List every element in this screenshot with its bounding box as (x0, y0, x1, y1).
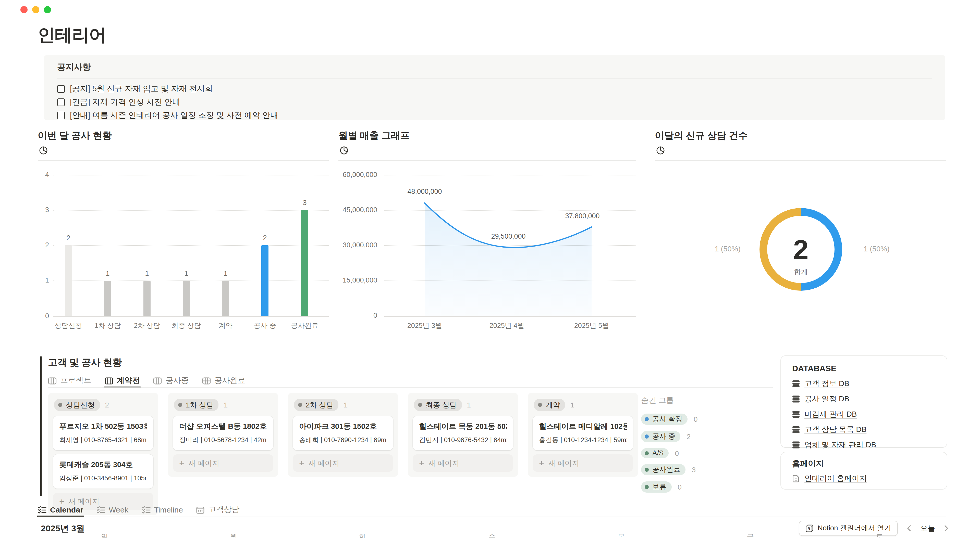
window-close-button[interactable] (21, 6, 27, 13)
weekday-header: 토 (864, 532, 895, 538)
hidden-group-공사완료[interactable]: 공사완료 3 (641, 464, 733, 475)
kanban-card[interactable]: 아이파크 301동 1502호 송태희 | 010-7890-1234 | 89… (293, 416, 393, 450)
column-header[interactable]: 2차 상담 1 (294, 399, 393, 411)
revenue-line-chart: 48,000,000 29,500,000 37,800,000 (383, 170, 636, 323)
todo-item: [안내] 여름 시즌 인테리어 공사 일정 조정 및 사전 예약 안내 (57, 110, 278, 121)
column-header[interactable]: 1차 상담 1 (174, 399, 273, 411)
window-minimize-button[interactable] (32, 6, 39, 13)
status-label: A/S (652, 449, 664, 457)
svg-text:9: 9 (808, 527, 810, 531)
tab-고객상담[interactable]: 고객상담 (196, 503, 240, 516)
tab-calendar[interactable]: Calendar (38, 503, 83, 516)
hidden-group-공사중[interactable]: 공사 중 2 (641, 431, 733, 442)
tab-프로젝트[interactable]: 프로젝트 (48, 374, 91, 387)
card-title: 힐스테이트 메디알레 102동 102호 (539, 422, 627, 432)
status-label: 상담신청 (66, 400, 95, 410)
donut-total-value: 2 (759, 236, 842, 263)
db-link-row[interactable]: 마감재 관리 DB (792, 409, 935, 419)
plus-icon: + (179, 459, 184, 467)
db-link-row[interactable]: 공사 일정 DB (792, 394, 935, 404)
tab-계약전[interactable]: 계약전 (105, 374, 140, 387)
status-dot-icon (298, 403, 302, 407)
kanban-card[interactable]: 푸르지오 1차 502동 1503호 최재영 | 010-8765-4321 |… (53, 416, 153, 450)
window-zoom-button[interactable] (44, 6, 51, 13)
todo-checkbox[interactable] (57, 112, 65, 119)
checklist-view-icon (142, 506, 150, 514)
hidden-group-보류[interactable]: 보류 0 (641, 481, 733, 493)
point-label: 29,500,000 (491, 233, 525, 240)
column-header[interactable]: 최종 상담 1 (414, 399, 513, 411)
label-connector (843, 249, 859, 249)
group-count: 2 (687, 432, 690, 441)
divider (655, 160, 946, 160)
status-dot-icon (645, 485, 649, 489)
kanban-column-최종상담: 최종 상담 1 힐스테이트 목동 201동 502호 김민지 | 010-987… (408, 393, 518, 477)
new-page-button[interactable]: + 새 페이지 (293, 454, 393, 472)
line-chart-block: 월별 매출 그래프 60,000,000 45,000,000 30,000,0… (339, 129, 636, 333)
pie-chart-icon (339, 146, 348, 155)
tab-timeline[interactable]: Timeline (142, 503, 183, 516)
bar-value-label: 2 (58, 234, 79, 242)
page-link-row[interactable]: 인테리어 홈페이지 (792, 474, 935, 483)
todo-label: [긴급] 자재 가격 인상 사전 안내 (70, 97, 180, 108)
tab-week[interactable]: Week (97, 503, 128, 516)
status-dot-icon (645, 468, 649, 472)
todo-checkbox[interactable] (57, 85, 65, 93)
database-card: DATABASE 고객 정보 DB 공사 일정 DB 마감재 관리 DB 고객 … (780, 355, 947, 448)
kanban-card[interactable]: 힐스테이트 메디알레 102동 102호 홍길동 | 010-1234-1234… (533, 416, 633, 450)
bar-value-label: 2 (255, 234, 275, 242)
x-axis-tick: 2차 상담 (124, 321, 170, 330)
column-header[interactable]: 계약 1 (534, 399, 633, 411)
status-dot-icon (418, 403, 422, 407)
plus-icon: + (419, 459, 424, 467)
new-page-button[interactable]: + 새 페이지 (413, 454, 513, 472)
todo-item: [긴급] 자재 가격 인상 사전 안내 (57, 97, 180, 108)
today-button[interactable]: 오늘 (920, 524, 935, 533)
card-detail: 송태희 | 010-7890-1234 | 89m2 (299, 436, 387, 445)
tab-공사완료[interactable]: 공사완료 (202, 374, 245, 387)
hidden-group-공사확정[interactable]: 공사 확정 0 (641, 414, 733, 425)
board-view-icon (105, 376, 113, 385)
status-label: 공사완료 (652, 465, 680, 474)
db-link-row[interactable]: 고객 정보 DB (792, 379, 935, 389)
status-pill: 2차 상담 (294, 399, 339, 411)
db-link: 마감재 관리 DB (804, 409, 857, 419)
kanban-card[interactable]: 더샵 오피스텔 B동 1802호 정미라 | 010-5678-1234 | 4… (173, 416, 273, 450)
y-axis-tick: 60,000,000 (339, 171, 377, 178)
chevron-left-icon[interactable] (906, 525, 912, 532)
gridline (53, 245, 329, 246)
tab-공사중[interactable]: 공사중 (153, 374, 189, 387)
bar-1차상담 (104, 281, 111, 316)
kanban-view-tabs: 프로젝트 계약전 공사중 공사완료 (48, 374, 245, 387)
status-pill: 공사 중 (641, 431, 680, 442)
kanban-card[interactable]: 힐스테이트 목동 201동 502호 김민지 | 010-9876-5432 |… (413, 416, 513, 450)
hidden-groups-heading: 숨긴 그룹 (641, 396, 733, 405)
bar-value-label: 1 (215, 270, 236, 278)
column-header[interactable]: 상담신청 2 (54, 399, 153, 411)
status-pill: A/S (641, 448, 669, 458)
gridline (53, 210, 329, 211)
chevron-right-icon[interactable] (943, 525, 950, 532)
x-axis-line (53, 316, 329, 317)
status-pill: 공사완료 (641, 464, 686, 475)
board-view-icon (48, 376, 57, 385)
bar-value-label: 1 (137, 270, 157, 278)
status-label: 공사 확정 (652, 414, 682, 424)
new-page-button[interactable]: + 새 페이지 (173, 454, 273, 472)
column-count: 1 (224, 401, 228, 409)
todo-checkbox[interactable] (57, 98, 65, 106)
kanban-card[interactable]: 롯데캐슬 205동 304호 임성준 | 010-3456-8901 | 105… (53, 454, 153, 489)
status-label: 2차 상담 (306, 400, 334, 410)
tabs-divider (38, 517, 946, 517)
database-icon (792, 395, 800, 403)
open-notion-calendar-label: Notion 캘린더에서 열기 (818, 524, 891, 533)
db-link-row[interactable]: 업체 및 자재 관리 DB (792, 440, 935, 450)
new-page-button[interactable]: + 새 페이지 (533, 454, 633, 472)
hidden-group-AS[interactable]: A/S 0 (641, 448, 733, 458)
weekday-header: 목 (606, 532, 636, 538)
group-count: 3 (692, 466, 696, 474)
todo-item: [공지] 5월 신규 자재 입고 및 자재 전시회 (57, 84, 213, 94)
column-count: 1 (344, 401, 348, 409)
x-axis-tick: 공사완료 (282, 321, 328, 330)
db-link-row[interactable]: 고객 상담 목록 DB (792, 425, 935, 435)
